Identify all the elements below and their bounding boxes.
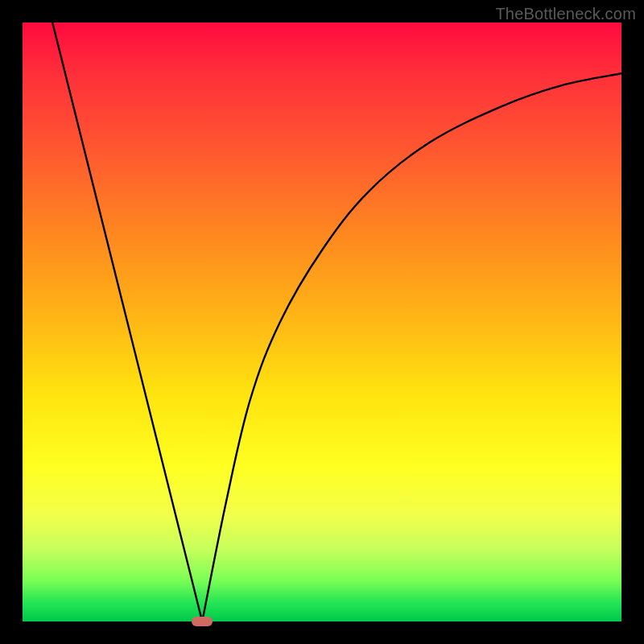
plot-area — [23, 23, 621, 621]
chart-frame: TheBottleneck.com — [0, 0, 644, 644]
curve-svg — [23, 23, 621, 621]
watermark-text: TheBottleneck.com — [495, 5, 636, 23]
bottleneck-curve — [52, 23, 621, 621]
minimum-marker — [192, 617, 213, 626]
